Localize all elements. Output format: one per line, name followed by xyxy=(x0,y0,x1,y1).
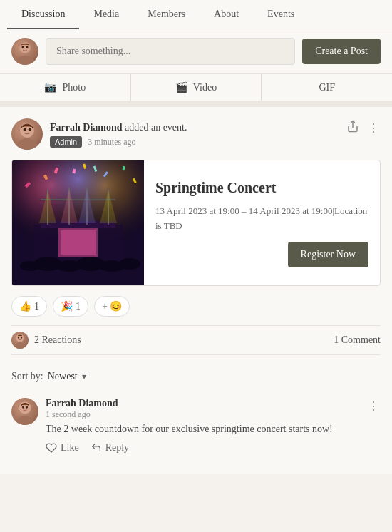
tab-events[interactable]: Events xyxy=(253,0,309,29)
video-icon: 🎬 xyxy=(175,81,187,93)
share-button[interactable] xyxy=(345,118,361,137)
add-reaction-label: + 😊 xyxy=(102,300,122,312)
svg-point-42 xyxy=(14,342,26,349)
register-now-button[interactable]: Register Now xyxy=(288,242,368,267)
svg-point-7 xyxy=(24,128,26,131)
stats-left: 2 Reactions xyxy=(11,332,81,349)
photo-icon: 📷 xyxy=(44,81,56,93)
comment-text: The 2 week countdown for our exclusive s… xyxy=(46,421,381,436)
svg-point-38 xyxy=(119,258,140,270)
svg-point-48 xyxy=(22,406,24,409)
post-actions: ⋮ xyxy=(345,118,381,137)
tab-media[interactable]: Media xyxy=(79,0,133,29)
video-button[interactable]: 🎬 Video xyxy=(131,74,262,101)
post-author-text: Farrah Diamond added an event. xyxy=(50,121,187,135)
sort-label: Sort by: xyxy=(11,371,43,382)
svg-rect-41 xyxy=(61,230,96,255)
thumbs-up-reaction[interactable]: 👍 1 xyxy=(11,296,47,317)
post-author-info: Farrah Diamond added an event. Admin 3 m… xyxy=(50,121,187,148)
svg-point-5 xyxy=(16,138,38,150)
more-options-button[interactable]: ⋮ xyxy=(366,120,381,136)
comment-author-info: Farrah Diamond 1 second ago xyxy=(46,398,118,420)
gif-button[interactable]: GIF xyxy=(262,74,392,101)
svg-point-39 xyxy=(20,261,40,271)
sort-row: Sort by: Newest ▾ xyxy=(11,364,381,389)
svg-point-4 xyxy=(26,46,29,48)
like-label: Like xyxy=(61,442,79,454)
party-count: 1 xyxy=(76,301,81,312)
reactions-count: 2 Reactions xyxy=(34,334,81,346)
section-divider xyxy=(0,101,392,107)
party-reaction[interactable]: 🎉 1 xyxy=(53,296,88,317)
reaction-row: 👍 1 🎉 1 + 😊 xyxy=(11,296,381,317)
add-reaction-button[interactable]: + 😊 xyxy=(94,296,130,317)
post-author-avatar xyxy=(11,118,43,150)
tab-discussion[interactable]: Discussion xyxy=(7,0,79,29)
post-author-name: Farrah Diamond xyxy=(50,122,123,133)
tab-members[interactable]: Members xyxy=(133,0,200,29)
svg-point-46 xyxy=(16,416,34,425)
comment: Farrah Diamond 1 second ago ⋮ The 2 week… xyxy=(11,398,381,462)
svg-point-1 xyxy=(16,56,34,65)
reactions-avatar xyxy=(11,332,29,349)
post-input-row: Create a Post xyxy=(0,29,392,74)
svg-point-3 xyxy=(22,46,24,48)
comment-header: Farrah Diamond 1 second ago ⋮ xyxy=(46,398,381,420)
event-title: Springtime Concert xyxy=(155,178,368,197)
gif-label: GIF xyxy=(319,82,335,93)
sort-chevron-icon[interactable]: ▾ xyxy=(82,372,86,382)
comment-author-avatar xyxy=(11,398,38,425)
event-image xyxy=(12,160,144,285)
media-row: 📷 Photo 🎬 Video GIF xyxy=(0,74,392,101)
comment-body: Farrah Diamond 1 second ago ⋮ The 2 week… xyxy=(46,398,381,454)
sort-value[interactable]: Newest xyxy=(48,371,78,382)
thumbs-up-emoji: 👍 xyxy=(19,300,31,312)
post-meta-row: Admin 3 minutes ago xyxy=(50,136,187,148)
share-input[interactable] xyxy=(46,38,295,65)
comment-time: 1 second ago xyxy=(46,409,118,420)
video-label: Video xyxy=(193,82,217,93)
svg-point-8 xyxy=(29,128,31,131)
event-info: Springtime Concert 13 April 2023 at 19:0… xyxy=(144,160,380,285)
svg-point-49 xyxy=(26,406,28,409)
post-header-left: Farrah Diamond added an event. Admin 3 m… xyxy=(11,118,187,150)
post-time: 3 minutes ago xyxy=(88,137,135,148)
post-header: Farrah Diamond added an event. Admin 3 m… xyxy=(11,118,381,150)
svg-point-44 xyxy=(18,337,19,339)
like-button[interactable]: Like xyxy=(46,442,79,454)
tab-about[interactable]: About xyxy=(200,0,253,29)
comment-author-name: Farrah Diamond xyxy=(46,398,118,409)
admin-badge: Admin xyxy=(50,136,82,148)
comments-count: 1 Comment xyxy=(334,334,381,346)
event-date: 13 April 2023 at 19:00 – 14 April 2023 a… xyxy=(155,204,368,234)
photo-label: Photo xyxy=(62,82,86,93)
svg-point-45 xyxy=(21,337,22,339)
nav-tabs: Discussion Media Members About Events xyxy=(0,0,392,29)
photo-button[interactable]: 📷 Photo xyxy=(0,74,131,101)
reply-button[interactable]: Reply xyxy=(91,442,129,454)
party-emoji: 🎉 xyxy=(61,300,73,312)
event-card: Springtime Concert 13 April 2023 at 19:0… xyxy=(11,160,381,286)
create-post-button[interactable]: Create a Post xyxy=(302,39,381,64)
comment-more-button[interactable]: ⋮ xyxy=(366,398,381,414)
thumbs-up-count: 1 xyxy=(34,301,39,312)
post-action-text: added an event. xyxy=(125,122,187,133)
comment-actions: Like Reply xyxy=(46,442,381,454)
current-user-avatar xyxy=(11,38,38,65)
post-card: Farrah Diamond added an event. Admin 3 m… xyxy=(0,107,392,474)
reply-label: Reply xyxy=(105,442,129,454)
stats-row: 2 Reactions 1 Comment xyxy=(11,325,381,355)
